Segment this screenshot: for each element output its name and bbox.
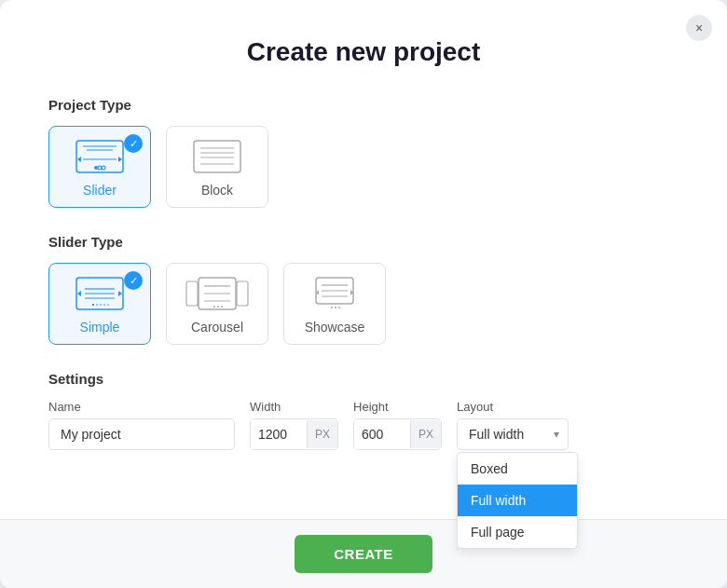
svg-rect-26 xyxy=(186,281,198,306)
name-input[interactable] xyxy=(48,418,235,450)
create-project-modal: × Create new project Project Type ✓ xyxy=(0,0,727,588)
settings-label: Settings xyxy=(48,371,679,387)
simple-type-icon xyxy=(75,277,124,310)
modal-body: Create new project Project Type ✓ Slid xyxy=(0,0,727,489)
project-type-label: Project Type xyxy=(48,97,679,113)
svg-rect-9 xyxy=(194,141,240,172)
slider-type-simple[interactable]: ✓ Simple xyxy=(48,263,151,345)
width-label: Width xyxy=(250,400,338,414)
height-unit: PX xyxy=(410,420,441,448)
svg-marker-4 xyxy=(118,157,122,162)
settings-section: Settings Name Width PX Height xyxy=(48,371,679,450)
svg-marker-3 xyxy=(77,157,81,162)
slider-label: Slider xyxy=(83,183,117,198)
height-input-wrapper: PX xyxy=(353,418,442,450)
layout-dropdown-menu: Boxed Full width Full page xyxy=(457,452,578,549)
height-field-group: Height PX xyxy=(353,400,442,450)
dropdown-item-boxed[interactable]: Boxed xyxy=(458,453,577,485)
svg-point-8 xyxy=(102,166,105,170)
slider-type-icon xyxy=(75,140,124,173)
carousel-label: Carousel xyxy=(191,320,243,335)
modal-footer: CREATE xyxy=(0,519,727,588)
dropdown-item-full-page[interactable]: Full page xyxy=(458,516,577,548)
name-label: Name xyxy=(48,400,235,414)
project-type-grid: ✓ Slider xyxy=(48,126,679,208)
height-label: Height xyxy=(353,400,442,414)
project-type-slider[interactable]: ✓ Slider xyxy=(48,126,151,208)
simple-label: Simple xyxy=(80,320,120,335)
svg-marker-15 xyxy=(77,291,81,296)
layout-select-wrapper: Boxed Full width Full page ▾ Boxed Full … xyxy=(457,418,569,450)
block-label: Block xyxy=(201,183,233,198)
project-type-block[interactable]: Block xyxy=(166,126,268,208)
slider-type-label: Slider Type xyxy=(48,234,679,250)
block-type-icon xyxy=(193,140,241,173)
svg-rect-0 xyxy=(76,141,123,172)
width-unit: PX xyxy=(307,420,337,448)
carousel-type-icon xyxy=(185,277,249,310)
width-input[interactable] xyxy=(251,419,307,449)
close-button[interactable]: × xyxy=(686,15,712,41)
width-field-group: Width PX xyxy=(250,400,338,450)
name-field-group: Name xyxy=(48,400,235,450)
dropdown-item-full-width[interactable]: Full width xyxy=(458,485,577,516)
layout-field-group: Layout Boxed Full width Full page ▾ Boxe… xyxy=(457,400,569,450)
showcase-label: Showcase xyxy=(305,320,365,335)
slider-type-showcase[interactable]: Showcase xyxy=(283,263,386,345)
svg-rect-27 xyxy=(237,281,248,306)
settings-row: Name Width PX Height PX xyxy=(48,400,679,450)
slider-type-grid: ✓ Simple xyxy=(48,263,679,345)
showcase-type-icon xyxy=(307,277,363,310)
modal-title: Create new project xyxy=(48,37,679,67)
layout-select[interactable]: Boxed Full width Full page xyxy=(457,418,569,450)
slider-type-carousel[interactable]: Carousel xyxy=(166,263,268,345)
svg-marker-16 xyxy=(118,291,122,296)
height-input[interactable] xyxy=(354,419,410,449)
create-button[interactable]: CREATE xyxy=(295,535,432,573)
check-icon: ✓ xyxy=(124,134,143,153)
width-input-wrapper: PX xyxy=(250,418,338,450)
check-icon-simple: ✓ xyxy=(124,271,143,290)
layout-label: Layout xyxy=(457,400,569,414)
